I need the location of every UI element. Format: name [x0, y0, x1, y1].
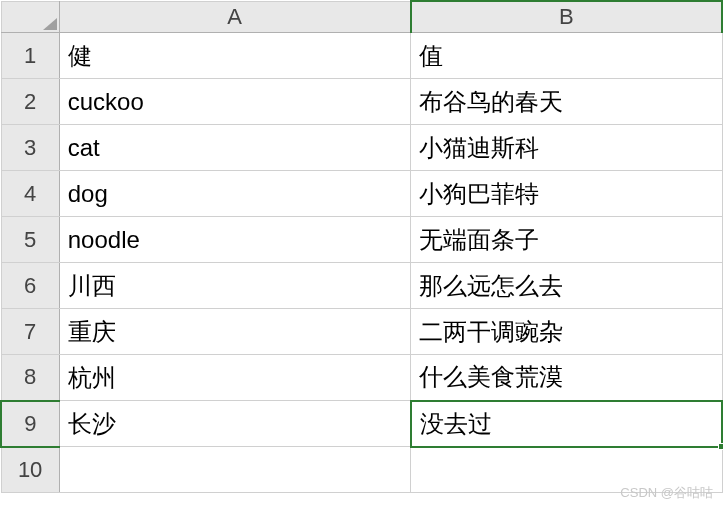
cell-a1[interactable]: 健: [59, 33, 410, 79]
cell-a5[interactable]: noodle: [59, 217, 410, 263]
cell-b1[interactable]: 值: [411, 33, 722, 79]
cell-b4[interactable]: 小狗巴菲特: [411, 171, 722, 217]
header-row: A B: [1, 1, 722, 33]
row-header-1[interactable]: 1: [1, 33, 59, 79]
row-header-7[interactable]: 7: [1, 309, 59, 355]
cell-b5[interactable]: 无端面条子: [411, 217, 722, 263]
column-header-b[interactable]: B: [411, 1, 722, 33]
row-header-5[interactable]: 5: [1, 217, 59, 263]
data-row: 1 健 值: [1, 33, 722, 79]
column-header-a[interactable]: A: [59, 1, 410, 33]
corner-triangle-icon: [43, 18, 57, 30]
row-header-8[interactable]: 8: [1, 355, 59, 401]
data-row: 2 cuckoo 布谷鸟的春天: [1, 79, 722, 125]
fill-handle[interactable]: [718, 443, 723, 450]
cell-a8[interactable]: 杭州: [59, 355, 410, 401]
data-row: 4 dog 小狗巴菲特: [1, 171, 722, 217]
row-header-3[interactable]: 3: [1, 125, 59, 171]
data-row: 6 川西 那么远怎么去: [1, 263, 722, 309]
cell-a10[interactable]: [59, 447, 410, 493]
row-header-9[interactable]: 9: [1, 401, 59, 447]
watermark-text: CSDN @谷咕咕: [620, 484, 713, 502]
cell-a3[interactable]: cat: [59, 125, 410, 171]
cell-b8[interactable]: 什么美食荒漠: [411, 355, 722, 401]
cell-b3[interactable]: 小猫迪斯科: [411, 125, 722, 171]
cell-b2[interactable]: 布谷鸟的春天: [411, 79, 722, 125]
data-row: 9 长沙 没去过: [1, 401, 722, 447]
data-row: 5 noodle 无端面条子: [1, 217, 722, 263]
cell-b9-value: 没去过: [420, 410, 492, 437]
data-row: 7 重庆 二两干调豌杂: [1, 309, 722, 355]
row-header-4[interactable]: 4: [1, 171, 59, 217]
cell-b9-active[interactable]: 没去过: [411, 401, 722, 447]
cell-a9[interactable]: 长沙: [59, 401, 410, 447]
cell-a2[interactable]: cuckoo: [59, 79, 410, 125]
data-row: 3 cat 小猫迪斯科: [1, 125, 722, 171]
spreadsheet-grid: A B 1 健 值 2 cuckoo 布谷鸟的春天 3 cat 小猫迪斯科 4 …: [0, 0, 723, 493]
data-row: 10: [1, 447, 722, 493]
row-header-10[interactable]: 10: [1, 447, 59, 493]
row-header-2[interactable]: 2: [1, 79, 59, 125]
data-row: 8 杭州 什么美食荒漠: [1, 355, 722, 401]
select-all-corner[interactable]: [1, 1, 59, 33]
cell-b7[interactable]: 二两干调豌杂: [411, 309, 722, 355]
cell-b6[interactable]: 那么远怎么去: [411, 263, 722, 309]
cell-a7[interactable]: 重庆: [59, 309, 410, 355]
cell-a6[interactable]: 川西: [59, 263, 410, 309]
cell-a4[interactable]: dog: [59, 171, 410, 217]
row-header-6[interactable]: 6: [1, 263, 59, 309]
